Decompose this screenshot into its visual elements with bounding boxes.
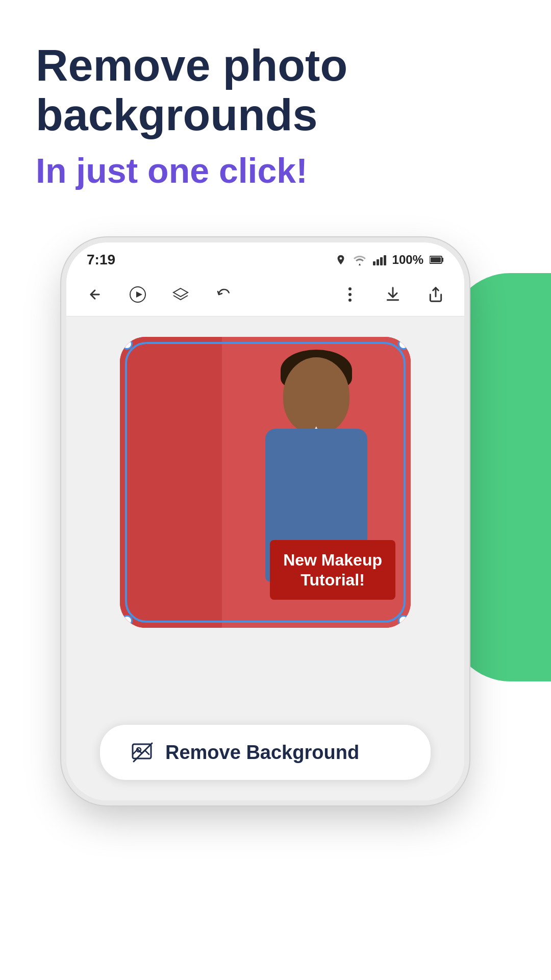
status-icons: 100% <box>335 253 444 267</box>
remove-background-button[interactable]: Remove Background <box>100 725 431 780</box>
text-overlay-content: New Makeup Tutorial! <box>283 550 382 590</box>
main-title: Remove photo backgrounds <box>36 41 515 140</box>
battery-percentage: 100% <box>392 253 423 267</box>
green-decorative-shape <box>449 273 551 681</box>
svg-rect-7 <box>431 257 441 262</box>
svg-point-0 <box>339 257 342 260</box>
phone-shell: 7:19 <box>66 242 464 800</box>
play-button[interactable] <box>124 281 151 308</box>
subtitle: In just one click! <box>36 150 515 192</box>
header-section: Remove photo backgrounds In just one cli… <box>0 0 551 212</box>
toolbar-right <box>337 281 449 308</box>
svg-rect-6 <box>442 258 443 262</box>
overlay-line1: New Makeup <box>283 551 382 569</box>
svg-rect-4 <box>384 255 386 265</box>
svg-point-12 <box>348 299 352 302</box>
status-bar: 7:19 <box>66 242 464 273</box>
svg-rect-3 <box>380 257 383 265</box>
remove-bg-icon <box>131 740 155 765</box>
svg-point-10 <box>348 287 352 290</box>
page-wrapper: Remove photo backgrounds In just one cli… <box>0 0 551 980</box>
phone-section: 7:19 <box>0 212 551 800</box>
wall-left <box>120 337 222 628</box>
svg-rect-2 <box>377 259 379 265</box>
design-card[interactable]: New Makeup Tutorial! <box>120 337 411 628</box>
canvas-area: New Makeup Tutorial! <box>66 316 464 715</box>
text-overlay: New Makeup Tutorial! <box>270 540 395 600</box>
svg-marker-9 <box>136 291 142 298</box>
wifi-icon <box>353 254 367 265</box>
layers-button[interactable] <box>167 281 194 308</box>
signal-icon <box>373 254 386 265</box>
vpn-icon <box>335 254 346 265</box>
overlay-line2: Tutorial! <box>300 571 365 589</box>
undo-button[interactable] <box>210 281 237 308</box>
main-title-line2: backgrounds <box>36 89 318 140</box>
share-button[interactable] <box>422 281 449 308</box>
battery-icon <box>430 255 444 264</box>
main-title-line1: Remove photo <box>36 40 347 90</box>
back-button[interactable] <box>82 281 108 308</box>
toolbar-left <box>82 281 237 308</box>
status-time: 7:19 <box>87 252 115 268</box>
download-button[interactable] <box>380 281 406 308</box>
remove-bg-button-label: Remove Background <box>165 742 359 764</box>
toolbar <box>66 273 464 316</box>
svg-rect-1 <box>373 261 375 265</box>
person-head <box>283 357 349 434</box>
more-options-button[interactable] <box>337 281 363 308</box>
remove-bg-section: Remove Background <box>66 715 464 800</box>
svg-point-11 <box>348 293 352 296</box>
